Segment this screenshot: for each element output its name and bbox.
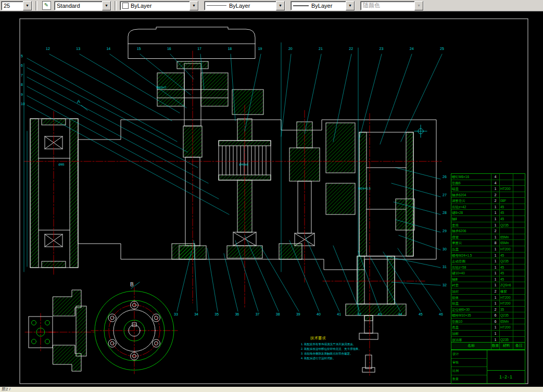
lineweight-sample-icon [293,5,309,6]
plot-style-value: 随颜色 [363,2,414,9]
chevron-down-icon[interactable]: ▼ [346,1,355,10]
balloon-number: 31 [443,265,447,269]
svg-text:Ø40k6: Ø40k6 [239,163,248,166]
top-casting-section [128,27,255,58]
chevron-down-icon[interactable]: ▼ [23,1,32,10]
layout-tab[interactable]: 层2 / [2,387,10,391]
layer-edit-icon: ✎ [42,1,51,10]
balloon-number: 13 [76,47,80,51]
header-qty: 数量 [491,343,499,349]
parts-row: 螺母M24×1.5145 [451,252,525,258]
title-block-label: 设计 [451,350,487,358]
svg-text:2. 装配后各运动部位应转动灵活、无卡滞现象。: 2. 装配后各运动部位应转动灵活、无卡滞现象。 [301,347,361,351]
parts-row: 箱盖1HT200 [451,300,525,306]
drawing-canvas[interactable]: B A [0,11,543,387]
drawing-title-cell [487,350,525,371]
jaw-bracket-detail-view [53,290,86,371]
parts-row: 轴Ⅱ145 [451,216,525,222]
color-combo[interactable]: ByLayer ▼ [120,1,199,10]
linetype-sample-icon [207,5,226,6]
parts-row: 齿轮z=58145 [451,264,525,270]
right-cluster-assembly [326,123,414,372]
balloon-number: 27 [443,193,447,197]
osnap-marker-icon [414,125,427,137]
balloon-number: 29 [443,229,447,233]
svg-text:3. 齿轮啮合侧隙及接触斑点应符合规定。: 3. 齿轮啮合侧隙及接触斑点应符合规定。 [301,352,353,356]
balloon-number: 45 [419,312,423,317]
dim-style-combo[interactable]: 25 ▼ [1,1,32,10]
parts-row: 调整垫片208F [451,197,525,204]
balloon-number: 17 [197,47,201,51]
parts-row: 油标1 [451,330,525,336]
balloon-number: 5 [21,54,25,58]
base-block-right [279,244,302,259]
parts-row: 键10×40145 [451,270,525,276]
balloon-number: 18 [228,47,232,51]
balloon-number: 8 [21,83,25,87]
cad-application-window: 25 ▼ ✎ Standard ▼ ByLayer ▼ ByLayer ▼ By… [0,0,543,392]
parts-row: 定位销6×30235 [451,306,525,312]
title-block-label: 审核 [451,358,487,366]
balloon-number: 44 [398,312,402,317]
balloon-number: 25 [440,47,444,51]
view-b-label: B [130,282,134,287]
parts-row: 轴承62062 [451,227,525,234]
linetype-value: ByLayer [229,3,276,9]
svg-text:A: A [77,99,80,104]
balloon-number: 38 [276,312,280,317]
parts-row: 螺栓M10×356Q235 [451,312,525,318]
parts-row: 齿轮z=42145 [451,204,525,210]
balloon-number: 39 [296,312,300,317]
svg-text:4. 装配后进行空运转试验。: 4. 装配后进行空运转试验。 [301,357,336,360]
chevron-down-icon[interactable]: ▼ [102,1,111,10]
base-block-left [172,244,195,259]
toolbar: 25 ▼ ✎ Standard ▼ ByLayer ▼ ByLayer ▼ By… [0,0,543,11]
balloon-number: 12 [46,47,50,51]
parts-row: 弹簧165Mn [451,234,525,240]
header-material: 材料 [499,343,513,349]
balloon-number: 37 [256,312,260,317]
parts-row: 垫圈64 [451,180,525,186]
balloon-number: 34 [194,312,198,317]
status-bar: 层2 / [0,387,543,392]
parts-list-header: 名称 数量 材料 备注 [451,342,525,349]
make-layer-current-button[interactable]: ✎ [41,1,52,11]
balloon-number: 6 [21,64,25,68]
balloon-number: 19 [258,47,262,51]
balloon-number: 42 [357,312,361,317]
chevron-down-icon[interactable]: ▼ [276,1,285,10]
lineweight-value: ByLayer [311,3,346,9]
parts-row: 键8×28145 [451,209,525,216]
header-note: 备注 [513,343,525,349]
balloon-number: 23 [380,47,384,51]
parts-row: 箱体1HT200 [451,294,525,300]
dim-style-value: 25 [4,3,23,9]
parts-row: 螺钉M6×164 [451,174,525,180]
balloon-column-right: 26272829303132 [443,175,447,287]
parts-row: 摩擦片865Mn [451,239,525,246]
color-swatch-icon [122,3,129,9]
balloon-number: 26 [443,175,447,179]
balloon-number: 41 [337,312,341,317]
balloon-number: 20 [288,47,293,51]
view-a-marker: A [77,99,87,110]
parts-row: 端盖1HT200 [451,185,525,192]
title-block-label: 数量 [451,375,487,383]
plot-style-combo: 随颜色 ▼ [360,1,424,10]
balloon-number: 43 [378,312,382,317]
balloon-number: 15 [137,47,141,51]
header-name: 名称 [451,343,491,349]
parts-row: 轴承62042 [451,192,525,198]
parts-row: 放油塞1Q235 [451,336,525,343]
text-style-combo[interactable]: Standard ▼ [54,1,111,10]
notes-title: 技术要求 [310,336,326,340]
color-value: ByLayer [131,3,190,9]
chevron-down-icon: ▼ [414,1,423,10]
toolbar-separator [35,1,37,10]
balloon-number: 32 [443,283,447,287]
chevron-down-icon[interactable]: ▼ [190,1,198,10]
balloon-number: 33 [174,312,178,317]
lineweight-combo[interactable]: ByLayer ▼ [291,1,355,10]
linetype-combo[interactable]: ByLayer ▼ [204,1,285,10]
balloon-row-top: 1213141516171819202122232425 [46,47,444,51]
